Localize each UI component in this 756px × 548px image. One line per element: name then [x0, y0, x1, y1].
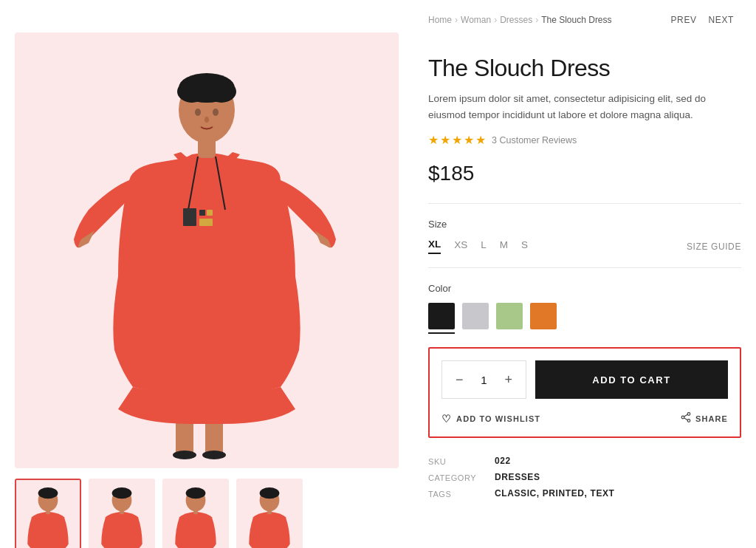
svg-point-4 — [202, 451, 226, 459]
next-link[interactable]: NEXT — [709, 15, 734, 25]
meta-sku-value: 022 — [495, 456, 511, 466]
size-s[interactable]: S — [521, 239, 528, 253]
meta-tags-value[interactable]: CLASSIC, PRINTED, TEXT — [495, 488, 615, 499]
meta-sku-label: SKU — [428, 456, 495, 466]
prev-link[interactable]: PREV — [671, 15, 697, 25]
svg-rect-26 — [120, 507, 124, 515]
divider-2 — [428, 267, 741, 268]
quantity-box: − 1 + — [441, 360, 526, 399]
thumbnails — [15, 479, 399, 548]
size-options: XL XS L M S — [428, 239, 528, 254]
size-section: Size XL XS L M S SIZE GUIDE — [428, 219, 741, 254]
svg-rect-30 — [193, 507, 198, 515]
svg-point-3 — [173, 451, 196, 459]
product-image-svg — [15, 32, 399, 468]
size-label: Size — [428, 219, 741, 230]
star-1: ★ — [428, 133, 439, 147]
svg-point-9 — [207, 81, 236, 103]
quantity-increase-button[interactable]: + — [502, 373, 516, 386]
quantity-value: 1 — [478, 374, 490, 386]
svg-line-39 — [684, 418, 688, 420]
svg-point-21 — [38, 487, 58, 499]
cart-controls: − 1 + ADD TO CART — [441, 360, 728, 399]
color-lightgray[interactable] — [462, 303, 489, 329]
thumbnail-3[interactable] — [162, 479, 229, 548]
breadcrumb-current: The Slouch Dress — [541, 15, 611, 25]
svg-line-38 — [684, 414, 688, 417]
color-orange[interactable] — [530, 303, 557, 329]
breadcrumb-nav: PREV NEXT — [671, 15, 734, 25]
svg-rect-18 — [199, 219, 213, 226]
share-button[interactable]: SHARE — [681, 412, 728, 425]
add-to-wishlist-button[interactable]: ♡ ADD TO WISHLIST — [441, 413, 540, 425]
size-guide-link[interactable]: SIZE GUIDE — [687, 242, 741, 252]
star-2: ★ — [440, 133, 450, 147]
meta-category-value[interactable]: DRESSES — [495, 472, 540, 482]
size-xs[interactable]: XS — [454, 239, 467, 253]
breadcrumb-path: Home › Woman › Dresses › The Slouch Dres… — [428, 15, 612, 25]
color-options — [428, 303, 741, 329]
product-description: Lorem ipsum dolor sit amet, consectetur … — [428, 91, 724, 123]
star-4: ★ — [464, 133, 474, 147]
divider-1 — [428, 203, 741, 204]
meta-category-label: CATEGORY — [428, 472, 495, 482]
size-m[interactable]: M — [500, 239, 508, 253]
meta-category-row: CATEGORY DRESSES — [428, 472, 741, 482]
svg-point-11 — [213, 109, 219, 116]
rating-text[interactable]: 3 Customer Reviews — [492, 135, 577, 145]
heart-icon: ♡ — [441, 413, 452, 425]
product-meta: SKU 022 CATEGORY DRESSES TAGS CLASSIC, P… — [428, 456, 741, 499]
rating-row: ★ ★ ★ ★ ★ 3 Customer Reviews — [428, 133, 741, 147]
color-section: Color — [428, 283, 741, 329]
svg-point-8 — [177, 81, 207, 103]
main-content: The Slouch Dress Lorem ipsum dolor sit a… — [0, 32, 756, 548]
share-label: SHARE — [695, 414, 728, 423]
svg-point-10 — [195, 109, 201, 116]
share-icon — [681, 412, 691, 425]
breadcrumb-sep3: › — [535, 15, 538, 25]
star-3: ★ — [452, 133, 462, 147]
breadcrumb-home[interactable]: Home — [428, 15, 452, 25]
breadcrumb-dresses[interactable]: Dresses — [500, 15, 532, 25]
svg-rect-34 — [267, 507, 272, 515]
svg-rect-22 — [46, 507, 50, 515]
page-wrapper: Home › Woman › Dresses › The Slouch Dres… — [0, 0, 756, 548]
color-black[interactable] — [428, 303, 455, 329]
product-images — [15, 32, 399, 548]
svg-rect-15 — [183, 208, 196, 226]
cart-area: − 1 + ADD TO CART ♡ ADD TO WISHLIST — [428, 347, 741, 438]
meta-tags-row: TAGS CLASSIC, PRINTED, TEXT — [428, 488, 741, 499]
thumbnail-2[interactable] — [89, 479, 155, 548]
product-title: The Slouch Dress — [428, 55, 741, 82]
cart-actions: ♡ ADD TO WISHLIST — [441, 409, 728, 425]
thumbnail-1[interactable] — [15, 479, 81, 548]
product-details: The Slouch Dress Lorem ipsum dolor sit a… — [428, 32, 741, 548]
svg-point-33 — [260, 487, 280, 499]
svg-point-12 — [205, 117, 209, 123]
breadcrumb-sep1: › — [455, 15, 458, 25]
main-product-image — [15, 32, 399, 468]
breadcrumb-sep2: › — [494, 15, 497, 25]
star-5: ★ — [475, 133, 486, 147]
add-to-cart-button[interactable]: ADD TO CART — [535, 360, 728, 399]
meta-sku-row: SKU 022 — [428, 456, 741, 466]
size-row: XL XS L M S SIZE GUIDE — [428, 239, 741, 254]
svg-point-25 — [112, 487, 132, 499]
svg-point-36 — [687, 419, 690, 422]
svg-rect-16 — [199, 210, 205, 216]
thumbnail-4[interactable] — [236, 479, 303, 548]
star-rating: ★ ★ ★ ★ ★ — [428, 133, 486, 147]
breadcrumb-woman[interactable]: Woman — [461, 15, 491, 25]
svg-point-37 — [681, 416, 684, 419]
color-label: Color — [428, 283, 741, 294]
svg-point-35 — [687, 413, 690, 416]
product-price: $185 — [428, 162, 741, 185]
color-green[interactable] — [496, 303, 523, 329]
svg-rect-17 — [207, 210, 213, 216]
quantity-decrease-button[interactable]: − — [453, 373, 467, 386]
size-l[interactable]: L — [481, 239, 487, 253]
size-xl[interactable]: XL — [428, 239, 441, 254]
wishlist-label: ADD TO WISHLIST — [456, 414, 540, 423]
meta-tags-label: TAGS — [428, 488, 495, 499]
breadcrumb: Home › Woman › Dresses › The Slouch Dres… — [0, 0, 756, 32]
